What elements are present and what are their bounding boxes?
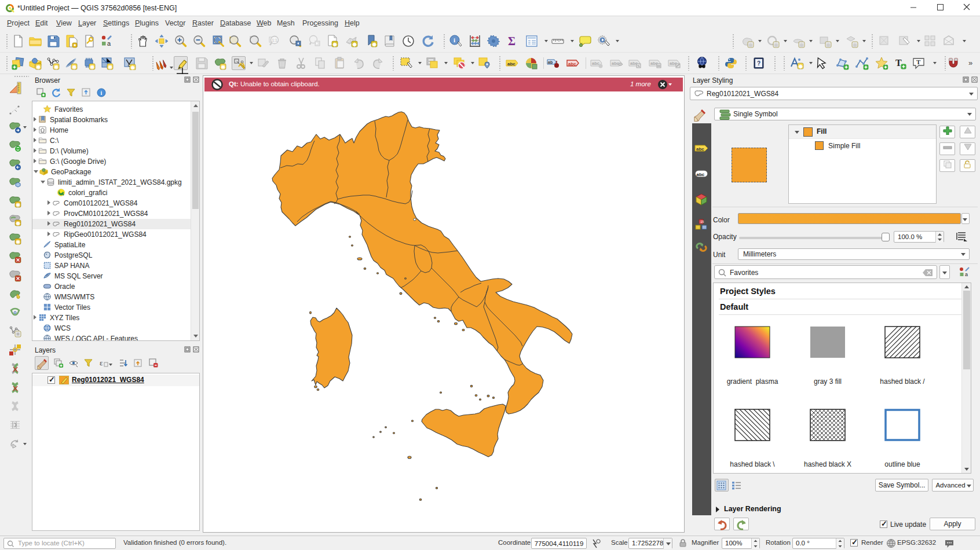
svg-text:a: a	[965, 272, 968, 277]
svg-text:i: i	[454, 36, 455, 43]
svg-text:abc: abc	[507, 61, 515, 67]
svg-text:T: T	[916, 58, 921, 65]
svg-text:abc: abc	[696, 146, 704, 152]
svg-text:T: T	[895, 58, 902, 68]
svg-text:ab: ab	[548, 60, 553, 64]
svg-text:abc: abc	[612, 61, 619, 66]
svg-text:?: ?	[757, 60, 760, 67]
svg-text:1:1: 1:1	[272, 38, 277, 42]
svg-text:a: a	[107, 40, 111, 47]
svg-text:abc: abc	[592, 61, 599, 66]
svg-text:abc: abc	[697, 172, 705, 177]
svg-text:-15: -15	[700, 220, 704, 223]
svg-text:abc: abc	[568, 61, 576, 67]
svg-text:i: i	[101, 90, 103, 96]
svg-text:ε: ε	[100, 358, 103, 367]
svg-text:Σ: Σ	[508, 35, 515, 47]
